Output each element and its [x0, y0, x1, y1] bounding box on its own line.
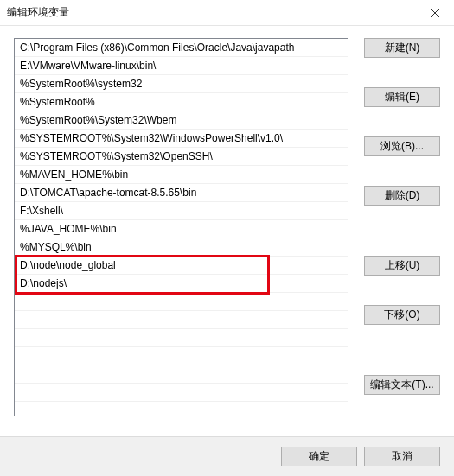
list-item[interactable]: %SystemRoot%\System32\Wbem: [15, 111, 348, 130]
list-item[interactable]: D:\nodejs\: [15, 275, 348, 293]
list-item[interactable]: E:\VMware\VMware-linux\bin\: [15, 57, 348, 75]
list-item-empty: [15, 347, 348, 365]
new-button[interactable]: 新建(N): [364, 38, 440, 58]
move-down-button[interactable]: 下移(O): [364, 305, 440, 325]
dialog-body: C:\Program Files (x86)\Common Files\Orac…: [0, 26, 454, 416]
titlebar: 编辑环境变量: [0, 0, 454, 26]
list-item[interactable]: %JAVA_HOME%\bin: [15, 220, 348, 238]
list-item[interactable]: %MYSQL%\bin: [15, 238, 348, 257]
edit-text-button[interactable]: 编辑文本(T)...: [364, 375, 440, 395]
list-item[interactable]: %SystemRoot%\system32: [15, 75, 348, 93]
delete-button[interactable]: 删除(D): [364, 186, 440, 206]
list-item[interactable]: %SYSTEMROOT%\System32\OpenSSH\: [15, 148, 348, 166]
list-item[interactable]: %SystemRoot%: [15, 93, 348, 111]
close-button[interactable]: [415, 0, 454, 26]
list-item[interactable]: C:\Program Files (x86)\Common Files\Orac…: [15, 39, 348, 57]
ok-button[interactable]: 确定: [281, 447, 357, 466]
browse-button[interactable]: 浏览(B)...: [364, 136, 440, 156]
list-item-empty: [15, 329, 348, 347]
list-item-empty: [15, 365, 348, 384]
list-item[interactable]: F:\Xshell\: [15, 202, 348, 220]
edit-button[interactable]: 编辑(E): [364, 87, 440, 107]
list-item-empty: [15, 402, 348, 416]
list-item[interactable]: %SYSTEMROOT%\System32\WindowsPowerShell\…: [15, 130, 348, 148]
button-column: 新建(N) 编辑(E) 浏览(B)... 删除(D) 上移(U) 下移(O) 编…: [364, 38, 440, 416]
move-up-button[interactable]: 上移(U): [364, 256, 440, 276]
cancel-button[interactable]: 取消: [364, 447, 440, 466]
dialog-title: 编辑环境变量: [7, 5, 69, 20]
list-item-empty: [15, 293, 348, 311]
list-item[interactable]: %MAVEN_HOME%\bin: [15, 166, 348, 184]
list-item[interactable]: D:\node\node_global: [15, 257, 348, 275]
list-item[interactable]: D:\TOMCAT\apache-tomcat-8.5.65\bin: [15, 184, 348, 202]
list-item-empty: [15, 384, 348, 402]
dialog-footer: 确定 取消: [0, 436, 454, 476]
list-item-empty: [15, 311, 348, 329]
close-icon: [431, 9, 439, 17]
path-listbox[interactable]: C:\Program Files (x86)\Common Files\Orac…: [14, 38, 348, 416]
